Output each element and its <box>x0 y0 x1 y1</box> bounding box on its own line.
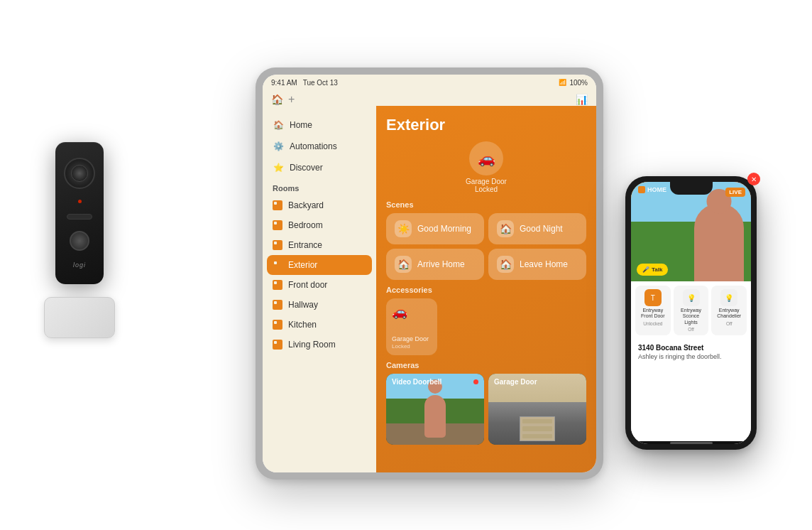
doorbell-speaker <box>67 214 92 220</box>
homekit-house-icon[interactable]: 🏠 <box>271 94 282 105</box>
phone-acc-sconce-status: Off <box>688 327 694 332</box>
garage-door-panels <box>520 417 554 440</box>
garage-door-top-label: Garage Door Locked <box>466 178 507 193</box>
scene-good-morning[interactable]: ☀️ Good Morning <box>386 213 484 244</box>
sidebar-item-living-room[interactable]: Living Room <box>263 335 376 355</box>
homekit-signal-icon: 📊 <box>576 94 588 105</box>
sidebar-item-discover[interactable]: ⭐ Discover <box>263 157 376 178</box>
scenes-section-label: Scenes <box>386 200 586 209</box>
camera-doorbell-label: Video Doorbell <box>392 378 441 386</box>
room-icon <box>273 300 282 310</box>
accessories-section-label: Accessories <box>386 286 586 294</box>
room-icon <box>273 320 282 330</box>
doorbell-body: logi <box>55 142 104 284</box>
sidebar-item-entrance[interactable]: Entrance <box>263 235 376 255</box>
garage-door-visual <box>520 416 555 441</box>
star-icon: ⭐ <box>273 162 284 173</box>
phone-header-area: HOME ... LIVE 🎤 Talk <box>631 182 751 281</box>
phone-acc-front-door[interactable]: T Entryway Front Door Unlocked <box>635 286 671 335</box>
main-content-area: Exterior 🚗 Garage Door Locked Scenes <box>376 106 596 472</box>
phone-bottom-bar <box>631 441 751 444</box>
phone-acc-chandelier-icon: 💡 <box>720 289 737 306</box>
sidebar-item-home[interactable]: 🏠 Home <box>263 114 376 136</box>
doorbell-sensor-device <box>44 297 115 338</box>
scene-good-morning-label: Good Morning <box>417 224 471 234</box>
accessory-name: Garage Door Locked <box>392 335 432 350</box>
scene-good-night-icon: 🏠 <box>497 220 514 237</box>
phone-acc-front-door-status: Unlocked <box>643 321 662 326</box>
camera-live-dot <box>473 379 478 384</box>
phone-acc-sconce-lights[interactable]: 💡 Entryway Sconce Lights Off <box>674 286 709 335</box>
scene-good-night-label: Good Night <box>520 224 563 234</box>
scene-arrive-home[interactable]: 🏠 Arrive Home <box>386 249 484 280</box>
phone-acc-front-door-name: Entryway Front Door <box>637 308 669 320</box>
sidebar-home-label: Home <box>290 120 312 130</box>
phone-acc-chandelier[interactable]: 💡 Entryway Chandelier Off <box>711 286 747 335</box>
garage-panel-1 <box>522 419 552 423</box>
phone-home-label: HOME <box>638 186 666 193</box>
camera-garage-label: Garage Door <box>494 378 537 386</box>
sidebar-item-automations[interactable]: ⚙️ Automations <box>263 136 376 157</box>
sidebar-livingroom-label: Living Room <box>288 340 336 350</box>
sidebar-item-kitchen[interactable]: Kitchen <box>263 315 376 335</box>
doorbell-camera-lens <box>64 158 95 189</box>
scene-arrive-home-label: Arrive Home <box>417 259 465 269</box>
sidebar-item-bedroom[interactable]: Bedroom <box>263 215 376 235</box>
sidebar-item-front-door[interactable]: Front door <box>263 275 376 295</box>
phone-notch <box>670 182 713 195</box>
homekit-add-button[interactable]: + <box>288 93 295 106</box>
garage-door-icon[interactable]: 🚗 <box>469 141 503 175</box>
phone-acc-sconce-name: Entryway Sconce Lights <box>676 308 707 325</box>
room-icon <box>273 220 282 230</box>
close-button[interactable]: ✕ <box>747 173 760 185</box>
main-header: Exterior <box>386 116 586 134</box>
sidebar-kitchen-label: Kitchen <box>288 320 317 330</box>
tablet-device: 9:41 AM Tue Oct 13 📶 100% 🏠 + 📊 🏠 <box>256 67 603 480</box>
sidebar-frontdoor-label: Front door <box>288 280 327 290</box>
tablet-frame: 9:41 AM Tue Oct 13 📶 100% 🏠 + 📊 🏠 <box>256 67 603 480</box>
accessory-garage-door[interactable]: 🚗 Garage Door Locked <box>386 298 437 355</box>
sidebar-discover-label: Discover <box>290 163 323 173</box>
cameras-grid: Video Doorbell Garage Door <box>386 374 586 445</box>
notification-address: 3140 Bocana Street <box>638 344 744 352</box>
phone-device: ✕ HOME ... LIVE 🎤 Talk <box>625 176 757 450</box>
sidebar: 🏠 Home ⚙️ Automations ⭐ Discover Rooms <box>263 106 376 472</box>
phone-home-indicator <box>670 442 713 444</box>
accessory-garage-icon: 🚗 <box>392 304 432 320</box>
live-badge: LIVE <box>725 188 745 197</box>
scene-arrive-home-icon: 🏠 <box>395 256 412 273</box>
status-time: 9:41 AM <box>271 79 297 87</box>
status-bar-left: 9:41 AM Tue Oct 13 <box>271 79 338 87</box>
home-icon: 🏠 <box>273 119 284 131</box>
sidebar-entrance-label: Entrance <box>288 240 322 250</box>
camera-video-doorbell[interactable]: Video Doorbell <box>386 374 484 445</box>
doorbell-device: logi <box>44 142 115 338</box>
battery-percentage: 100% <box>569 79 588 87</box>
tablet-status-bar: 9:41 AM Tue Oct 13 📶 100% <box>263 75 596 90</box>
doorbell-button[interactable] <box>70 231 89 251</box>
sidebar-exterior-label: Exterior <box>288 260 317 270</box>
garage-door-top-icon-area: 🚗 Garage Door Locked <box>386 141 586 193</box>
doorbell-brand-logo: logi <box>73 261 86 269</box>
scene-leave-home-label: Leave Home <box>520 259 568 269</box>
sidebar-item-exterior[interactable]: Exterior <box>267 255 372 275</box>
scene-good-night[interactable]: 🏠 Good Night <box>488 213 586 244</box>
phone-accessories-row: T Entryway Front Door Unlocked 💡 Entrywa… <box>631 281 751 338</box>
phone-frame: ✕ HOME ... LIVE 🎤 Talk <box>625 176 757 450</box>
sidebar-item-backyard[interactable]: Backyard <box>263 195 376 215</box>
homekit-top-bar: 🏠 + 📊 <box>263 90 596 106</box>
camera-garage-door[interactable]: Garage Door <box>488 374 586 445</box>
wifi-icon: 📶 <box>559 79 566 86</box>
sidebar-bedroom-label: Bedroom <box>288 220 323 230</box>
room-icon <box>273 340 282 350</box>
status-date: Tue Oct 13 <box>303 79 338 87</box>
sidebar-item-hallway[interactable]: Hallway <box>263 295 376 315</box>
scene-leave-home[interactable]: 🏠 Leave Home <box>488 249 586 280</box>
phone-acc-sconce-icon: 💡 <box>683 289 700 306</box>
rooms-section-label: Rooms <box>263 178 376 195</box>
room-icon <box>273 200 282 210</box>
talk-button[interactable]: 🎤 Talk <box>637 264 668 276</box>
doorbell-led <box>78 200 82 203</box>
notification-message: Ashley is ringing the doorbell. <box>638 353 744 360</box>
status-bar-right: 📶 100% <box>559 79 588 87</box>
